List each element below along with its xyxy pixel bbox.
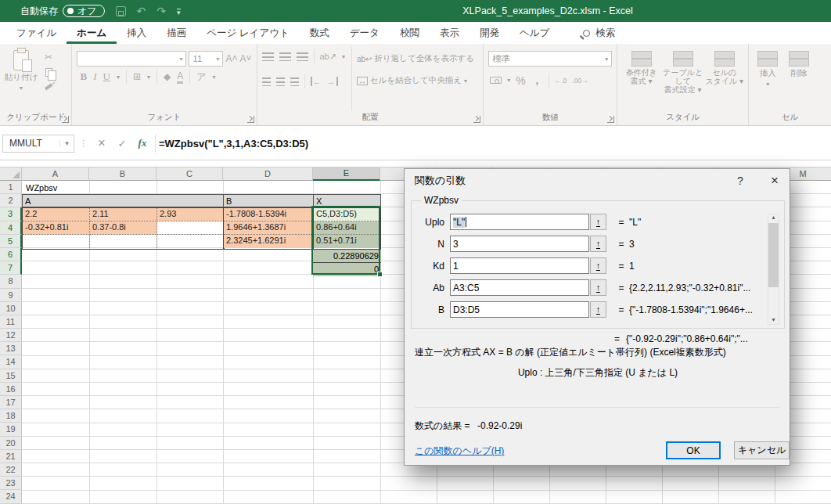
range-picker-b[interactable]: ↑ [590,301,606,318]
font-color-icon[interactable]: A [177,70,183,84]
cell-c5[interactable] [157,235,224,248]
customize-qat-icon[interactable]: ▾ [177,9,181,16]
formula-input[interactable]: =WZpbsv("L",3,1,A3:C5,D3:D5) [159,138,308,149]
ok-button[interactable]: OK [666,441,721,459]
alignment-launcher-icon[interactable] [473,116,480,123]
confirm-entry-icon[interactable]: ✓ [113,135,131,153]
row-header-24[interactable]: 24 [0,490,22,503]
orientation-icon[interactable]: ab↗ [320,52,336,62]
cell-b2[interactable] [89,194,157,207]
paste-button[interactable]: 貼り付け ▾ [3,47,39,111]
tab-file[interactable]: ファイル [6,22,67,44]
merge-center-button[interactable]: ↔ セルを結合して中央揃え ▾ [357,75,474,86]
cell-styles-button[interactable]: セルの スタイル ▾ [703,47,745,111]
row-header-2[interactable]: 2 [0,194,22,207]
row-header-6[interactable]: 6 [0,248,22,261]
row-header-19[interactable]: 19 [0,423,22,436]
number-format-select[interactable]: 標準 ▾ [488,51,612,67]
grow-font-icon[interactable]: A˄ [225,53,237,64]
name-box[interactable]: MMULT ▼ [2,135,74,153]
row-header-15[interactable]: 15 [0,369,22,383]
save-icon[interactable] [116,6,126,16]
align-top-icon[interactable] [262,52,274,61]
row-header-13[interactable]: 13 [0,342,22,355]
percent-style-icon[interactable]: % [516,74,525,87]
font-size-select[interactable]: 11 ▾ [189,51,223,67]
scroll-up-icon[interactable]: ▲ [771,214,776,220]
number-launcher-icon[interactable] [607,116,614,123]
arg-input-n[interactable]: 3 [450,236,589,252]
comma-style-icon[interactable]: ， [531,73,543,88]
cancel-button[interactable]: キャンセル [734,441,790,459]
row-header-23[interactable]: 23 [0,477,22,490]
phonetic-guide-icon[interactable]: ア [196,70,206,84]
column-header-c[interactable]: C [156,167,223,181]
column-header-b[interactable]: B [89,167,156,181]
tab-insert[interactable]: 挿入 [117,22,156,44]
arg-input-ab[interactable]: A3:C5 [450,279,589,296]
increase-decimal-icon[interactable]: ←.0 [555,77,567,85]
arg-input-b[interactable]: D3:D5 [450,301,589,318]
accounting-format-icon[interactable] [490,77,502,84]
range-picker-ab[interactable]: ↑ [590,279,606,296]
cell-b5[interactable] [90,235,157,248]
tab-page-layout[interactable]: ページ レイアウト [196,22,300,44]
align-center-icon[interactable] [276,77,285,86]
undo-icon[interactable]: ↶ [137,5,146,17]
fill-color-icon[interactable]: ◆ [164,71,171,82]
align-left-icon[interactable] [262,77,271,86]
row-header-4[interactable]: 4 [0,221,22,235]
row-header-21[interactable]: 21 [0,450,22,463]
fill-handle[interactable] [377,272,383,277]
row-header-17[interactable]: 17 [0,396,22,409]
cell-d5[interactable]: 2.3245+1.6291i [224,235,313,248]
vector-b-range[interactable]: -1.7808-1.5394i 1.9646+1.3687i 2.3245+1.… [223,207,314,250]
italic-button[interactable]: I [93,70,96,83]
tab-home[interactable]: ホーム [67,22,117,44]
row-header-10[interactable]: 10 [0,302,22,315]
row-header-12[interactable]: 12 [0,329,22,342]
dialog-help-icon[interactable]: ? [733,175,747,187]
cell-a4[interactable]: -0.32+0.81i [23,221,90,235]
cell-a3[interactable]: 2.2 [23,208,90,221]
function-help-link[interactable]: この関数のヘルプ(H) [415,445,504,458]
copy-icon[interactable] [41,66,56,78]
scrollbar-thumb[interactable] [768,223,779,287]
column-header-d[interactable]: D [223,167,313,181]
row-header-1[interactable]: 1 [0,181,22,194]
range-picker-n[interactable]: ↑ [590,236,606,252]
format-painter-icon[interactable] [41,81,56,93]
search-box[interactable]: 検索 [583,22,615,44]
row-header-22[interactable]: 22 [0,463,22,477]
arg-input-kd[interactable]: 1 [450,257,589,274]
cell-a1[interactable]: WZpbsv [23,182,91,195]
dialog-close-icon[interactable]: × [768,173,782,189]
insert-function-icon[interactable]: fx [133,135,152,153]
row-header-8[interactable]: 8 [0,275,22,288]
matrix-ab-range[interactable]: 2.2 2.11 2.93 -0.32+0.81i 0.37-0.8i [22,207,225,250]
wrap-text-button[interactable]: ab↩ 折り返して全体を表示する [357,53,474,64]
cell-a5[interactable] [23,235,90,248]
cancel-entry-icon[interactable]: × [92,135,111,153]
autosave-toggle[interactable]: オフ [63,5,105,17]
underline-button[interactable]: U [103,70,110,83]
cell-a2[interactable]: A [22,194,90,207]
clipboard-launcher-icon[interactable] [62,116,69,123]
format-as-table-button[interactable]: テーブルとして 書式設定 ▾ [662,47,703,111]
font-name-select[interactable]: ▾ [77,51,186,67]
tab-help[interactable]: ヘルプ [509,22,559,44]
tab-data[interactable]: データ [340,22,390,44]
row-header-16[interactable]: 16 [0,383,22,396]
column-header-a[interactable]: A [22,167,89,181]
cell-b3[interactable]: 2.11 [90,208,157,221]
font-launcher-icon[interactable] [247,116,254,123]
tab-draw[interactable]: 描画 [156,22,196,44]
tab-formulas[interactable]: 数式 [300,22,340,44]
shrink-font-icon[interactable]: A˅ [239,53,251,64]
align-bottom-icon[interactable] [297,52,308,61]
range-picker-uplo[interactable]: ↑ [590,214,606,230]
align-right-icon[interactable] [290,77,299,86]
decrease-indent-icon[interactable]: ← [311,77,322,86]
row-header-11[interactable]: 11 [0,315,22,329]
conditional-formatting-button[interactable]: 条件付き 書式 ▾ [621,47,662,111]
